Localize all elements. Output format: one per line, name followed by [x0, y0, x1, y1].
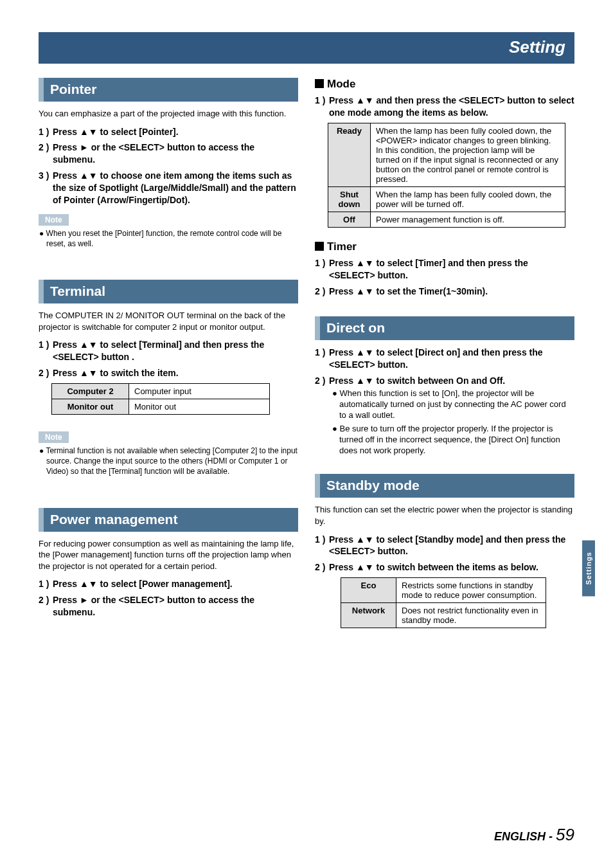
table-row: Monitor out Monitor out	[52, 399, 270, 415]
step-text: Press ▲▼ to select [Power management].	[53, 579, 233, 589]
table-row: Computer 2 Computer input	[52, 384, 270, 399]
pointer-step-1: 1 ) Press ▲▼ to select [Pointer].	[39, 126, 298, 138]
cell: Computer 2	[52, 384, 129, 399]
cell: Monitor out	[52, 399, 129, 415]
table-row: Off Power management function is off.	[328, 212, 565, 227]
step-text: Press ▲▼ to switch the item.	[53, 368, 179, 378]
step-text: Press ▲▼ to set the Timer(1~30min).	[329, 286, 488, 296]
step-text: Press ▲▼ to choose one item among the it…	[53, 170, 296, 205]
step-text: Press ▲▼ to select [Standby mode] and th…	[329, 534, 565, 557]
cell: Network	[341, 603, 396, 628]
power-step-1: 1 ) Press ▲▼ to select [Power management…	[39, 578, 298, 590]
content-columns: Pointer You can emphasize a part of the …	[39, 78, 574, 632]
direct-bullet: ● When this function is set to [On], the…	[315, 388, 574, 421]
cell: Monitor out	[129, 399, 270, 415]
table-row: Shut down When the lamp has been fully c…	[328, 186, 565, 212]
power-step-2: 2 ) Press ► or the <SELECT> button to ac…	[39, 594, 298, 619]
standby-header: Standby mode	[315, 474, 574, 498]
note-label: Note	[39, 214, 69, 226]
cell: When the lamp has been fully cooled down…	[371, 186, 565, 212]
step-text: Press ▲▼ to select [Pointer].	[53, 127, 179, 137]
power-intro: For reducing power consumption as well a…	[39, 538, 298, 572]
pointer-intro: You can emphasize a part of the projecte…	[39, 108, 298, 120]
step-text: Press ▲▼ to select [Direct on] and then …	[329, 347, 543, 370]
cell: Off	[328, 212, 371, 227]
pointer-step-2: 2 ) Press ► or the <SELECT> button to ac…	[39, 141, 298, 166]
square-icon	[315, 79, 324, 88]
step-text: Press ▲▼ to switch between the items as …	[329, 562, 538, 572]
mode-table: Ready When the lamp has been fully coole…	[328, 123, 565, 228]
direct-step-2: 2 ) Press ▲▼ to switch between On and Of…	[315, 375, 574, 387]
square-icon	[315, 242, 324, 251]
pointer-header: Pointer	[39, 78, 298, 102]
terminal-step-2: 2 ) Press ▲▼ to switch the item.	[39, 367, 298, 379]
power-mgmt-header: Power management	[39, 508, 298, 532]
terminal-table: Computer 2 Computer input Monitor out Mo…	[51, 383, 270, 415]
terminal-intro: The COMPUTER IN 2/ MONITOR OUT terminal …	[39, 310, 298, 332]
step-text: Press ► or the <SELECT> button to access…	[53, 142, 254, 165]
standby-table: Eco Restricts some functions in standby …	[341, 577, 546, 628]
step-text: Press ► or the <SELECT> button to access…	[53, 595, 254, 617]
standby-intro: This function can set the electric power…	[315, 504, 574, 527]
cell: Shut down	[328, 186, 371, 212]
timer-subheading: Timer	[315, 240, 574, 253]
terminal-note: ● Terminal function is not available whe…	[39, 446, 298, 477]
terminal-step-1: 1 ) Press ▲▼ to select [Terminal] and th…	[39, 339, 298, 363]
pointer-step-3: 3 ) Press ▲▼ to choose one item among th…	[39, 170, 298, 206]
standby-step-2: 2 ) Press ▲▼ to switch between the items…	[315, 561, 574, 574]
mode-step-1: 1 ) Press ▲▼ and then press the <SELECT>…	[315, 95, 574, 119]
step-text: Press ▲▼ to switch between On and Off.	[329, 375, 505, 386]
timer-step-2: 2 ) Press ▲▼ to set the Timer(1~30min).	[315, 285, 574, 298]
cell: Eco	[341, 578, 396, 603]
timer-step-1: 1 ) Press ▲▼ to select [Timer] and then …	[315, 257, 574, 282]
cell: Restricts some functions in standby mode…	[396, 578, 546, 603]
step-text: Press ▲▼ to select [Terminal] and then p…	[53, 339, 264, 362]
pointer-note: ● When you reset the [Pointer] function,…	[39, 228, 298, 249]
cell: Computer input	[129, 384, 270, 399]
table-row: Ready When the lamp has been fully coole…	[328, 123, 565, 186]
step-text: Press ▲▼ to select [Timer] and then pres…	[329, 258, 528, 280]
direct-step-1: 1 ) Press ▲▼ to select [Direct on] and t…	[315, 347, 574, 371]
right-column: Mode 1 ) Press ▲▼ and then press the <SE…	[315, 78, 574, 632]
cell: Does not restrict functionality even in …	[396, 603, 546, 628]
terminal-header: Terminal	[39, 280, 298, 303]
note-label: Note	[39, 431, 69, 443]
cell: Ready	[328, 123, 371, 186]
table-row: Network Does not restrict functionality …	[341, 603, 546, 628]
mode-subheading: Mode	[315, 78, 574, 91]
table-row: Eco Restricts some functions in standby …	[341, 578, 546, 603]
page-header: Setting	[39, 32, 574, 64]
direct-bullet: ● Be sure to turn off the projector prop…	[315, 424, 574, 457]
step-text: Press ▲▼ and then press the <SELECT> but…	[329, 95, 574, 118]
cell: Power management function is off.	[371, 212, 565, 227]
cell: When the lamp has been fully cooled down…	[371, 123, 565, 186]
side-tab: Settings	[582, 540, 595, 596]
page-number: ENGLISH - 59	[494, 825, 574, 845]
left-column: Pointer You can emphasize a part of the …	[39, 78, 298, 632]
standby-step-1: 1 ) Press ▲▼ to select [Standby mode] an…	[315, 534, 574, 558]
direct-on-header: Direct on	[315, 316, 574, 340]
